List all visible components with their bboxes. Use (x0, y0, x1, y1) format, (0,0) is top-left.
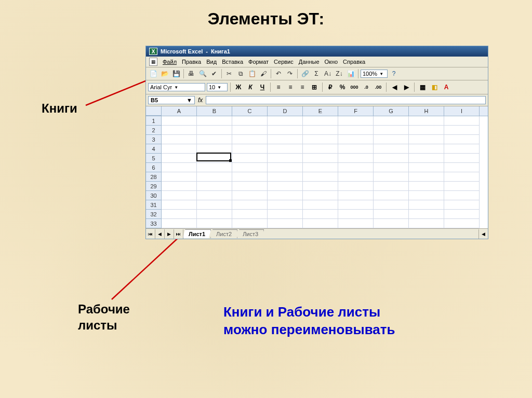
cell[interactable] (444, 182, 480, 191)
row-header[interactable]: 29 (146, 182, 162, 191)
cell[interactable] (374, 200, 409, 210)
cell[interactable] (374, 135, 409, 144)
dec-inc-icon[interactable]: .0 (361, 82, 371, 92)
cell[interactable] (197, 191, 232, 200)
font-combo[interactable]: Arial Cyr▼ (148, 83, 205, 91)
cell[interactable] (338, 200, 374, 210)
cell[interactable] (374, 219, 409, 228)
col-header[interactable]: F (338, 106, 374, 116)
menu-tools[interactable]: Сервис (274, 59, 294, 65)
row-header[interactable]: 30 (146, 191, 162, 200)
cell[interactable] (197, 219, 232, 228)
cell[interactable] (409, 154, 444, 163)
cell[interactable] (268, 163, 303, 172)
cell[interactable] (409, 116, 444, 126)
cell[interactable] (444, 135, 480, 144)
align-left-icon[interactable]: ≡ (273, 82, 284, 92)
cell[interactable] (374, 116, 409, 126)
sheet-tab[interactable]: Лист1 (183, 229, 211, 238)
cell[interactable] (374, 172, 409, 182)
cell[interactable] (162, 135, 197, 144)
cell[interactable] (197, 163, 232, 172)
cell[interactable] (232, 172, 268, 182)
cell[interactable] (338, 135, 374, 144)
cell[interactable] (303, 191, 338, 200)
cell[interactable] (374, 144, 409, 154)
cell[interactable] (162, 219, 197, 228)
cell[interactable] (409, 144, 444, 154)
cell[interactable] (409, 200, 444, 210)
tab-nav-last-icon[interactable]: ⏭ (174, 229, 183, 239)
save-icon[interactable]: 💾 (171, 68, 181, 79)
cell[interactable] (338, 144, 374, 154)
underline-icon[interactable]: Ч (257, 82, 268, 92)
cell[interactable] (232, 126, 268, 135)
cell[interactable] (303, 219, 338, 228)
cell[interactable] (268, 116, 303, 126)
cell[interactable] (268, 154, 303, 163)
cell[interactable] (444, 144, 480, 154)
cell[interactable] (197, 210, 232, 219)
col-header[interactable]: I (444, 106, 480, 116)
col-header[interactable]: C (232, 106, 268, 116)
cell[interactable] (338, 210, 374, 219)
fx-icon[interactable]: fx (198, 97, 203, 104)
cell[interactable] (162, 191, 197, 200)
col-header[interactable]: G (374, 106, 409, 116)
col-header[interactable]: B (197, 106, 232, 116)
tab-nav-prev-icon[interactable]: ◀ (155, 229, 165, 239)
cell[interactable] (303, 116, 338, 126)
open-icon[interactable]: 📂 (159, 68, 170, 79)
cell[interactable] (374, 182, 409, 191)
cell[interactable] (162, 163, 197, 172)
cell[interactable] (444, 172, 480, 182)
cell[interactable] (232, 154, 268, 163)
formula-input[interactable] (206, 96, 486, 104)
cell[interactable] (409, 172, 444, 182)
hyperlink-icon[interactable]: 🔗 (300, 68, 310, 79)
cell[interactable] (374, 191, 409, 200)
cell[interactable] (162, 210, 197, 219)
col-header[interactable]: E (303, 106, 338, 116)
row-header[interactable]: 6 (146, 163, 162, 172)
comma-icon[interactable]: 000 (349, 82, 360, 92)
cell[interactable] (268, 126, 303, 135)
new-icon[interactable]: 📄 (148, 68, 158, 79)
menu-window[interactable]: Окно (325, 59, 338, 65)
cell[interactable] (338, 154, 374, 163)
cell[interactable] (338, 182, 374, 191)
cell[interactable] (374, 210, 409, 219)
row-header[interactable]: 31 (146, 200, 162, 210)
chart-icon[interactable]: 📊 (345, 68, 356, 79)
cell[interactable] (162, 200, 197, 210)
row-header[interactable]: 4 (146, 144, 162, 154)
redo-icon[interactable]: ↷ (285, 68, 295, 79)
cell[interactable] (303, 126, 338, 135)
row-header[interactable]: 28 (146, 172, 162, 182)
cell[interactable] (338, 172, 374, 182)
cell[interactable] (444, 191, 480, 200)
row-header[interactable]: 2 (146, 126, 162, 135)
col-header[interactable]: D (268, 106, 303, 116)
cell[interactable] (197, 135, 232, 144)
cell[interactable] (444, 200, 480, 210)
cell[interactable] (268, 182, 303, 191)
row-header[interactable]: 32 (146, 210, 162, 219)
cell[interactable] (162, 144, 197, 154)
cell[interactable] (338, 219, 374, 228)
cell[interactable] (303, 154, 338, 163)
menu-insert[interactable]: Вставка (222, 59, 243, 65)
row-header[interactable]: 5 (146, 154, 162, 163)
tab-nav-first-icon[interactable]: ⏮ (146, 229, 155, 239)
dec-dec-icon[interactable]: .00 (373, 82, 383, 92)
cell[interactable] (232, 219, 268, 228)
cell[interactable] (303, 172, 338, 182)
preview-icon[interactable]: 🔍 (197, 68, 208, 79)
cell[interactable] (338, 163, 374, 172)
cell[interactable] (268, 219, 303, 228)
currency-icon[interactable]: ₽ (325, 82, 336, 92)
workbook-icon[interactable]: ▦ (149, 58, 157, 66)
cell[interactable] (268, 135, 303, 144)
row-header[interactable]: 33 (146, 219, 162, 228)
cell[interactable] (197, 154, 232, 163)
